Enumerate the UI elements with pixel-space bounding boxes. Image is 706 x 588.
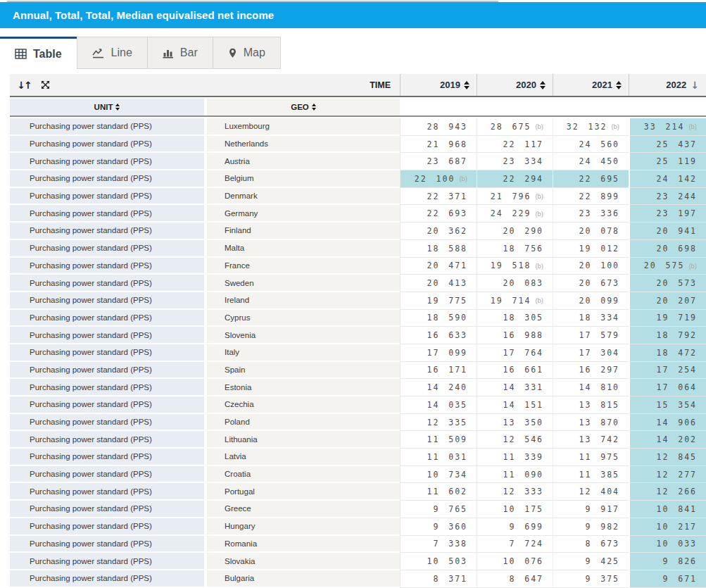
geo-cell: Latvia: [207, 449, 400, 466]
top-strip-line: [7, 1, 498, 2]
cell-value: 13 815: [579, 400, 619, 410]
cell-value: 21 968: [427, 139, 467, 149]
line-chart-icon: [92, 48, 105, 58]
data-table: ↓↑ TIME 2019 2020 2021 2022 ↓: [10, 74, 706, 588]
column-header-2019[interactable]: 2019: [400, 74, 477, 96]
cell-value: 18 588: [427, 244, 467, 254]
year-cell: 19 714(b): [477, 292, 553, 310]
year-cell: 12 335: [400, 414, 477, 432]
cell-value: 16 633: [427, 330, 467, 340]
bar-chart-icon: [163, 48, 174, 58]
geo-cell-label: France: [225, 261, 250, 270]
geo-cell-label: Germany: [225, 209, 258, 218]
year-cell: 21 796(b): [477, 188, 553, 206]
year-cell: 14 202: [629, 431, 706, 449]
column-header-geo[interactable]: GEO: [207, 99, 400, 115]
cell-flag: (b): [688, 262, 697, 270]
cell-value: 17 579: [579, 330, 619, 340]
year-cell: 9 671: [629, 570, 706, 588]
year-cell: 10 841: [629, 501, 706, 518]
cell-value: 9 360: [433, 522, 467, 532]
column-header-2020[interactable]: 2020: [477, 74, 553, 96]
geo-cell-label: Denmark: [225, 192, 258, 200]
geo-cell-label: Croatia: [225, 470, 251, 478]
cell-value: 20 941: [656, 226, 697, 236]
geo-cell: Germany: [207, 205, 400, 223]
unit-cell: Purchasing power standard (PPS): [10, 344, 204, 362]
unit-cell-label: Purchasing power standard (PPS): [30, 209, 152, 218]
tab-line[interactable]: Line: [77, 37, 148, 69]
unit-cell-label: Purchasing power standard (PPS): [30, 348, 152, 356]
cell-value: 20 099: [579, 296, 619, 306]
cell-value: 11 090: [503, 470, 543, 480]
year-cell: 20 471: [400, 258, 477, 275]
unit-cell-label: Purchasing power standard (PPS): [30, 522, 152, 530]
table-row: Purchasing power standard (PPS) France 2…: [10, 258, 706, 275]
cell-value: 9 699: [509, 522, 543, 532]
column-header-2022[interactable]: 2022 ↓: [629, 74, 706, 96]
cell-flag: (b): [535, 192, 543, 200]
unit-cell-label: Purchasing power standard (PPS): [30, 400, 152, 408]
sort-both-icon: [616, 81, 622, 89]
tab-bar[interactable]: Bar: [148, 37, 213, 69]
cell-value: 22 294: [503, 174, 543, 184]
year-cell: 20 573: [629, 275, 706, 292]
geo-cell-label: Portugal: [225, 487, 255, 496]
year-cell: 14 906: [629, 414, 706, 432]
table-row: Purchasing power standard (PPS) Lithuani…: [10, 431, 706, 449]
tab-table[interactable]: Table: [0, 37, 77, 69]
geo-cell-label: Belgium: [225, 174, 254, 182]
geo-cell-label: Bulgaria: [225, 574, 254, 582]
unit-cell-label: Purchasing power standard (PPS): [30, 296, 152, 304]
table-row: Purchasing power standard (PPS) Spain 16…: [10, 362, 706, 380]
year-cell: 10 076: [477, 553, 553, 570]
geo-cell: Spain: [207, 362, 400, 380]
cell-value: 22 117: [503, 139, 543, 149]
year-cell: 9 425: [553, 553, 629, 570]
unit-cell-label: Purchasing power standard (PPS): [30, 574, 152, 582]
year-cell: 10 033: [629, 536, 706, 553]
cell-value: 24 560: [579, 139, 619, 149]
year-cell: 17 254: [629, 362, 706, 380]
year-cell: 23 197: [629, 205, 706, 223]
column-header-unit[interactable]: UNIT: [10, 99, 204, 115]
cell-value: 20 673: [579, 278, 619, 288]
column-header-2021[interactable]: 2021: [553, 74, 629, 96]
expand-icon[interactable]: [37, 77, 53, 93]
geo-cell-label: Malta: [225, 244, 244, 252]
year-cell: 13 815: [553, 396, 629, 414]
year-cell: 20 673: [553, 275, 629, 292]
cell-value: 14 202: [656, 434, 697, 444]
year-cell: 11 339: [477, 449, 553, 466]
year-cell: 9 360: [400, 518, 477, 536]
year-cell: 9 982: [553, 518, 629, 536]
unit-cell: Purchasing power standard (PPS): [10, 536, 204, 553]
tab-map[interactable]: Map: [213, 37, 281, 69]
year-cell: 16 171: [400, 362, 477, 380]
top-strip: [0, 0, 706, 2]
cell-value: 28 675: [491, 122, 531, 132]
unit-cell-label: Purchasing power standard (PPS): [30, 470, 152, 478]
cell-value: 10 175: [503, 504, 543, 514]
geo-cell-label: Romania: [225, 539, 257, 548]
table-row: Purchasing power standard (PPS) Denmark …: [10, 188, 706, 206]
geo-cell: Bulgaria: [207, 570, 400, 588]
geo-cell-label: Slovenia: [225, 331, 256, 339]
geo-cell: Netherlands: [207, 136, 400, 154]
cell-value: 10 503: [427, 556, 467, 566]
sort-rows-icon[interactable]: ↓↑: [16, 77, 32, 93]
year-cell: 16 297: [553, 362, 629, 380]
year-cell: 19 775: [400, 292, 477, 310]
unit-cell-label: Purchasing power standard (PPS): [30, 418, 152, 426]
unit-cell-label: Purchasing power standard (PPS): [30, 279, 152, 287]
unit-cell: Purchasing power standard (PPS): [10, 223, 204, 240]
year-cell: 12 266: [629, 483, 706, 501]
cell-value: 17 099: [427, 348, 467, 358]
cell-value: 12 546: [503, 434, 543, 444]
year-cell: 22 693: [400, 205, 477, 223]
table-row: Purchasing power standard (PPS) Czechia …: [10, 396, 706, 414]
cell-value: 32 132: [567, 122, 607, 132]
cell-value: 13 742: [579, 434, 619, 444]
cell-value: 20 573: [656, 278, 697, 288]
year-cell: 23 687: [400, 153, 477, 170]
